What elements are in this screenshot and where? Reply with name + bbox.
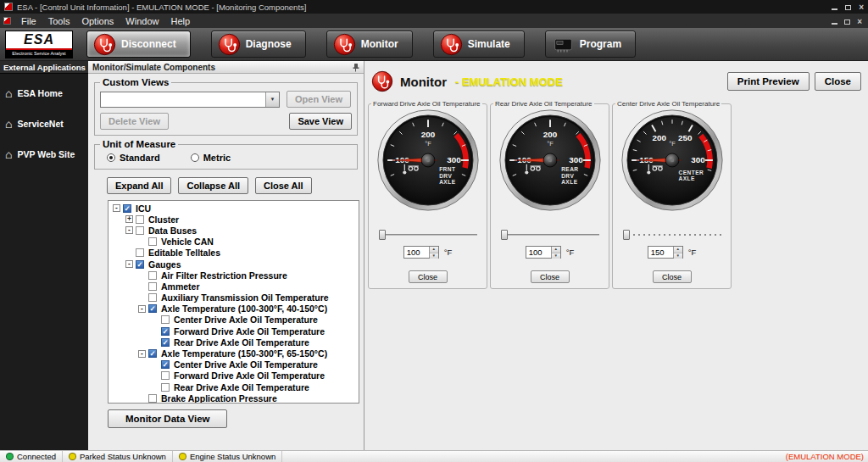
tree-item-ammeter[interactable]: Ammeter (109, 281, 359, 292)
gauge-close-button[interactable]: Close (653, 270, 692, 283)
open-view-button[interactable]: Open View (287, 91, 351, 108)
tree-item-rear-drive-axle-oil-temperature[interactable]: ✓Rear Drive Axle Oil Temperature (109, 337, 359, 348)
mdi-minimize-button[interactable] (832, 16, 837, 26)
collapse-icon[interactable]: - (113, 204, 120, 212)
spin-up-button[interactable]: ▲ (552, 247, 560, 253)
tree-item-cluster[interactable]: +Cluster (109, 214, 359, 225)
tree-checkbox[interactable] (148, 293, 157, 302)
mdi-close-button[interactable]: × (857, 16, 862, 26)
maximize-button[interactable] (845, 3, 851, 12)
tree-checkbox[interactable]: ✓ (148, 304, 157, 313)
collapse-icon[interactable]: - (138, 305, 146, 313)
tree-item-data-buses[interactable]: -Data Buses (109, 225, 359, 236)
tree-checkbox[interactable]: ✓ (161, 327, 170, 336)
pin-icon[interactable] (351, 63, 359, 72)
gauge-value-input[interactable]: 150 ▲ ▼ (648, 246, 683, 259)
tree-checkbox[interactable] (148, 282, 157, 291)
gauge-value-input[interactable]: 100 ▲ ▼ (526, 246, 561, 259)
slider-thumb[interactable] (379, 230, 386, 240)
tree-item-center-drive-axle-oil-temperature[interactable]: ✓Center Drive Axle Oil Temperature (109, 359, 359, 370)
svg-text:DRV: DRV (561, 173, 574, 179)
spin-up-button[interactable]: ▲ (674, 247, 682, 253)
collapse-icon[interactable]: - (125, 260, 133, 268)
spin-down-button[interactable]: ▼ (552, 253, 560, 259)
save-view-button[interactable]: Save View (289, 113, 352, 130)
tree-item-gauges[interactable]: -✓Gauges (109, 259, 359, 270)
mdi-restore-button[interactable] (844, 16, 850, 26)
collapse-all-button[interactable]: Collapse All (178, 177, 248, 194)
tree-checkbox[interactable] (161, 315, 170, 324)
tree-item-forward-drive-axle-oil-temperature[interactable]: ✓Forward Drive Axle Oil Temperature (109, 326, 359, 337)
tree-checkbox[interactable] (136, 226, 144, 235)
menu-help[interactable]: Help (164, 15, 196, 27)
slider-thumb[interactable] (501, 230, 508, 240)
toolbar-button-program[interactable]: Program (545, 31, 636, 58)
gauge-input-row: 100 ▲ ▼ °F (369, 246, 487, 259)
tree-checkbox[interactable] (136, 215, 144, 224)
tree-item-auxiliary-transmission-oil-temperature[interactable]: Auxiliary Transmission Oil Temperature (109, 292, 359, 303)
tree-item-axle-temperature-150-300-f-65-150-c[interactable]: -✓Axle Temperature (150-300°F, 65-150°C) (109, 348, 359, 359)
spin-up-button[interactable]: ▲ (430, 247, 438, 253)
tree-item-editable-telltales[interactable]: Editable Telltales (109, 248, 359, 259)
radio-metric[interactable]: Metric (191, 153, 231, 163)
gauge-slider[interactable] (379, 229, 477, 241)
tree-item-forward-drive-axle-oil-temperature[interactable]: Forward Drive Axle Oil Temperature (109, 370, 359, 381)
print-preview-button[interactable]: Print Preview (727, 72, 810, 91)
spin-down-button[interactable]: ▼ (674, 253, 682, 259)
tree-item-axle-temperature-100-300-f-40-150-c[interactable]: -✓Axle Temperature (100-300°F, 40-150°C) (109, 303, 359, 314)
tree-checkbox[interactable] (136, 248, 144, 257)
tree-item-air-filter-restriction-pressure[interactable]: Air Filter Restriction Pressure (109, 270, 359, 281)
gauge-slider[interactable] (623, 229, 721, 241)
tree-item-icu[interactable]: -✓ICU (109, 203, 359, 214)
expand-all-button[interactable]: Expand All (107, 177, 171, 194)
custom-views-combo[interactable]: ▼ (100, 92, 280, 108)
toolbar-button-label: Program (580, 38, 621, 50)
tree-checkbox[interactable]: ✓ (161, 360, 170, 369)
menu-file[interactable]: File (15, 15, 42, 27)
close-button[interactable]: × (859, 3, 864, 12)
gauge-panels: Forward Drive Axle Oil Temperature 10020… (364, 97, 868, 289)
toolbar-button-disconnect[interactable]: Disconnect (86, 31, 191, 58)
gauge-close-button[interactable]: Close (409, 270, 448, 283)
delete-view-button[interactable]: Delete View (100, 113, 169, 130)
tree-checkbox[interactable]: ✓ (136, 260, 144, 269)
status-label: Parked Status Unknown (80, 452, 166, 461)
collapse-icon[interactable]: - (138, 350, 146, 358)
radio-button-icon[interactable] (107, 153, 115, 162)
tree-item-rear-drive-axle-oil-temperature[interactable]: Rear Drive Axle Oil Temperature (109, 381, 359, 392)
minimize-button[interactable] (832, 3, 837, 12)
toolbar-button-monitor[interactable]: Monitor (326, 31, 413, 58)
slider-thumb[interactable] (623, 230, 630, 240)
spin-down-button[interactable]: ▼ (430, 253, 438, 259)
expand-icon[interactable]: + (125, 215, 133, 223)
tree-checkbox[interactable] (148, 237, 157, 246)
tree-checkbox[interactable] (161, 383, 170, 392)
tree-checkbox[interactable]: ✓ (161, 338, 170, 347)
tree-checkbox[interactable] (148, 271, 157, 280)
menu-options[interactable]: Options (75, 15, 120, 27)
sidebar-item-servicenet[interactable]: ⌂ServiceNet (5, 113, 85, 135)
tree-checkbox[interactable]: ✓ (123, 204, 131, 213)
toolbar-button-diagnose[interactable]: Diagnose (211, 31, 306, 58)
tree-item-center-drive-axle-oil-temperature[interactable]: Center Drive Axle Oil Temperature (109, 314, 359, 326)
menu-tools[interactable]: Tools (42, 15, 76, 27)
toolbar-button-simulate[interactable]: Simulate (433, 31, 525, 58)
close-all-button[interactable]: Close All (255, 177, 312, 194)
monitor-data-view-button[interactable]: Monitor Data View (108, 409, 227, 428)
collapse-icon[interactable]: - (125, 226, 133, 234)
monitor-close-button[interactable]: Close (815, 72, 861, 91)
sidebar-item-pvp-web-site[interactable]: ⌂PVP Web Site (5, 143, 85, 165)
radio-button-icon[interactable] (191, 153, 199, 162)
gauge-close-button[interactable]: Close (531, 270, 570, 283)
tree-item-vehicle-can[interactable]: Vehicle CAN (109, 237, 359, 248)
tree-checkbox[interactable] (161, 371, 170, 380)
chevron-down-icon[interactable]: ▼ (265, 92, 279, 107)
sidebar-item-esa-home[interactable]: ⌂ESA Home (5, 82, 85, 104)
menu-window[interactable]: Window (120, 15, 164, 27)
tree-checkbox[interactable] (148, 394, 157, 403)
gauge-slider[interactable] (501, 229, 599, 241)
radio-standard[interactable]: Standard (107, 153, 160, 163)
gauge-value-input[interactable]: 100 ▲ ▼ (403, 246, 439, 259)
tree-checkbox[interactable]: ✓ (148, 349, 157, 358)
tree-item-brake-application-pressure[interactable]: Brake Application Pressure (109, 392, 359, 404)
